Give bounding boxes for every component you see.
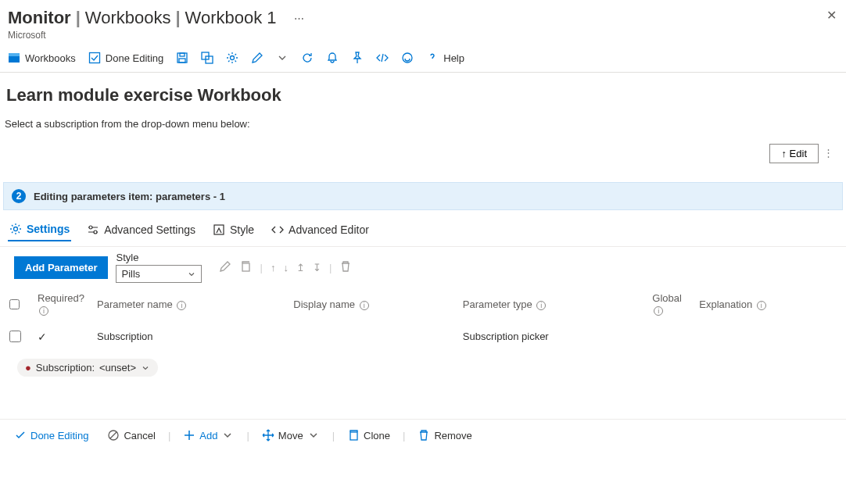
code-icon[interactable]: [376, 52, 389, 64]
bottom-bar: Done Editing Cancel | Add | Move | Clone…: [0, 419, 846, 451]
edit-button[interactable]: Edit: [769, 144, 819, 163]
close-icon[interactable]: ✕: [826, 8, 837, 23]
provider-label: Microsoft: [8, 30, 838, 41]
add-button[interactable]: Add: [177, 426, 240, 445]
workbook-description: Select a subscription from the drop-down…: [0, 110, 846, 138]
mini-top-icon[interactable]: ↥: [296, 262, 305, 273]
mini-down-icon[interactable]: ↓: [283, 262, 289, 273]
row-checkbox[interactable]: [9, 331, 21, 342]
select-all-checkbox[interactable]: [9, 299, 20, 309]
svg-point-8: [231, 56, 235, 60]
tab-advanced-settings[interactable]: Advanced Settings: [85, 218, 197, 241]
editing-label: Editing parameters item: parameters - 1: [34, 191, 225, 202]
table-row[interactable]: ✓ Subscription Subscription picker: [0, 320, 846, 352]
breadcrumb-current: Workbook 1: [185, 8, 277, 28]
tab-settings[interactable]: Settings: [8, 218, 71, 241]
breadcrumb-monitor[interactable]: Monitor: [8, 8, 71, 28]
mini-up-icon[interactable]: ↑: [271, 262, 276, 273]
svg-rect-13: [214, 225, 224, 234]
col-global: Globali: [646, 288, 693, 320]
col-type: Parameter type i: [457, 288, 646, 320]
svg-point-12: [94, 231, 97, 234]
info-icon[interactable]: i: [360, 301, 369, 310]
editor-tabs: Settings Advanced Settings Style Advance…: [0, 213, 846, 247]
svg-rect-1: [9, 53, 20, 56]
mini-copy-icon[interactable]: [239, 260, 252, 275]
workbook-title: Learn module exercise Workbook: [0, 73, 846, 110]
save-icon[interactable]: [176, 52, 188, 64]
svg-rect-14: [242, 263, 249, 271]
col-display: Display name i: [287, 288, 457, 320]
svg-point-10: [14, 227, 18, 231]
error-icon: ●: [25, 362, 31, 374]
mini-edit-icon[interactable]: [219, 260, 231, 275]
info-icon[interactable]: i: [757, 301, 766, 310]
cancel-button[interactable]: Cancel: [101, 426, 161, 445]
alert-icon[interactable]: [326, 52, 339, 64]
svg-rect-2: [89, 53, 99, 63]
chevron-down-icon[interactable]: [276, 52, 289, 64]
more-icon[interactable]: ⋯: [294, 13, 304, 24]
cell-param-type: Subscription picker: [457, 320, 646, 352]
done-editing-bottom[interactable]: Done Editing: [8, 426, 95, 445]
parameters-table: Required?i Parameter name i Display name…: [0, 288, 846, 352]
col-required: Required?i: [31, 288, 91, 320]
svg-rect-4: [180, 53, 185, 56]
command-bar: Workbooks Done Editing Help: [0, 41, 846, 73]
step-badge: 2: [12, 189, 26, 203]
remove-button[interactable]: Remove: [411, 426, 478, 445]
workbooks-button[interactable]: Workbooks: [8, 52, 76, 64]
col-name: Parameter name i: [91, 288, 287, 320]
tab-advanced-editor[interactable]: Advanced Editor: [270, 218, 371, 241]
cell-param-name: Subscription: [91, 320, 287, 352]
refresh-icon[interactable]: [301, 52, 314, 64]
edit-pencil-icon[interactable]: [251, 52, 263, 64]
required-check-icon: ✓: [38, 331, 47, 343]
mini-bottom-icon[interactable]: ↧: [313, 262, 321, 273]
editing-banner: 2 Editing parameters item: parameters - …: [3, 182, 843, 210]
col-explanation: Explanation i: [693, 288, 846, 320]
svg-rect-5: [179, 59, 185, 63]
svg-rect-16: [350, 432, 357, 440]
style-label: Style: [116, 252, 202, 263]
info-icon[interactable]: i: [654, 306, 663, 316]
info-icon[interactable]: i: [536, 301, 546, 310]
tab-style[interactable]: Style: [211, 218, 256, 241]
done-editing-button[interactable]: Done Editing: [88, 52, 163, 64]
save-as-icon[interactable]: [201, 52, 213, 64]
style-select[interactable]: Pills: [116, 265, 202, 283]
svg-point-11: [89, 226, 92, 229]
breadcrumb-workbooks[interactable]: Workbooks: [85, 8, 171, 28]
feedback-icon[interactable]: [401, 52, 414, 64]
param-toolbar: Add Parameter Style Pills | ↑ ↓ ↥ ↧ |: [0, 247, 846, 288]
move-button[interactable]: Move: [256, 426, 326, 445]
settings-gear-icon[interactable]: [226, 52, 238, 64]
mini-delete-icon[interactable]: [339, 260, 352, 275]
breadcrumb: Monitor | Workbooks | Workbook 1 ⋯: [8, 8, 838, 28]
add-parameter-button[interactable]: Add Parameter: [14, 256, 108, 279]
subscription-pill[interactable]: ● Subscription: <unset>: [17, 359, 158, 377]
pin-toolbar-icon[interactable]: [351, 52, 364, 64]
help-button[interactable]: Help: [426, 52, 464, 64]
info-icon[interactable]: i: [177, 301, 186, 310]
clone-button[interactable]: Clone: [341, 426, 396, 445]
info-icon[interactable]: i: [39, 306, 48, 316]
